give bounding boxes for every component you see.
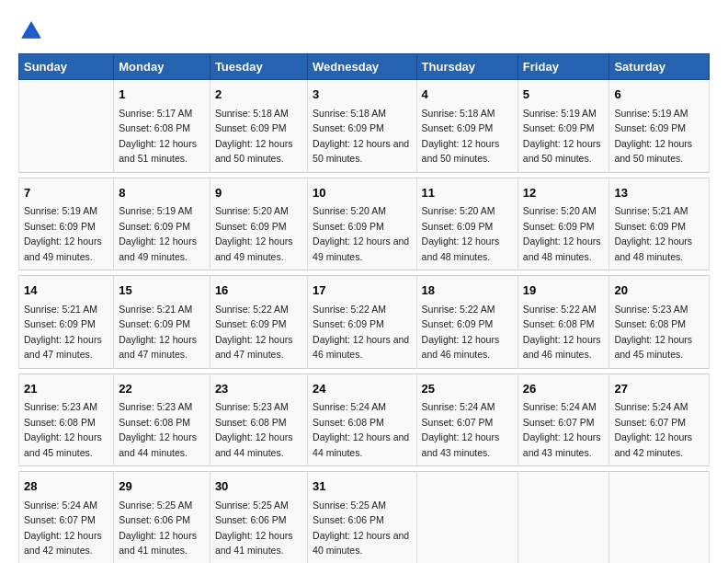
day-header-monday: Monday (114, 54, 210, 80)
calendar-cell: 13Sunrise: 5:21 AMSunset: 6:09 PMDayligh… (609, 178, 710, 270)
calendar-cell: 8Sunrise: 5:19 AMSunset: 6:09 PMDaylight… (114, 178, 210, 270)
cell-info: Sunrise: 5:25 AMSunset: 6:06 PMDaylight:… (215, 500, 293, 557)
cell-info: Sunrise: 5:20 AMSunset: 6:09 PMDaylight:… (523, 205, 601, 262)
cell-info: Sunrise: 5:22 AMSunset: 6:09 PMDaylight:… (313, 304, 409, 361)
day-number: 3 (313, 86, 411, 104)
week-row-4: 21Sunrise: 5:23 AMSunset: 6:08 PMDayligh… (19, 373, 710, 466)
calendar-cell: 30Sunrise: 5:25 AMSunset: 6:06 PMDayligh… (210, 472, 307, 564)
day-number: 16 (215, 282, 302, 300)
calendar-cell: 5Sunrise: 5:19 AMSunset: 6:09 PMDaylight… (518, 80, 609, 173)
day-number: 2 (215, 86, 302, 104)
cell-info: Sunrise: 5:24 AMSunset: 6:08 PMDaylight:… (313, 401, 409, 458)
day-number: 5 (523, 86, 605, 104)
cell-info: Sunrise: 5:25 AMSunset: 6:06 PMDaylight:… (119, 500, 197, 557)
cell-info: Sunrise: 5:24 AMSunset: 6:07 PMDaylight:… (422, 401, 500, 458)
day-header-tuesday: Tuesday (210, 54, 307, 80)
day-number: 30 (215, 477, 302, 496)
day-number: 24 (313, 380, 411, 398)
calendar-cell: 25Sunrise: 5:24 AMSunset: 6:07 PMDayligh… (416, 373, 518, 466)
day-number: 26 (523, 380, 605, 398)
day-number: 19 (523, 282, 605, 300)
cell-info: Sunrise: 5:19 AMSunset: 6:09 PMDaylight:… (614, 108, 692, 165)
calendar-cell: 6Sunrise: 5:19 AMSunset: 6:09 PMDaylight… (609, 80, 710, 173)
day-header-sunday: Sunday (19, 54, 114, 80)
day-number: 23 (215, 380, 302, 398)
week-row-1: 1Sunrise: 5:17 AMSunset: 6:08 PMDaylight… (19, 80, 710, 173)
calendar-cell: 1Sunrise: 5:17 AMSunset: 6:08 PMDaylight… (114, 80, 210, 173)
calendar-cell: 17Sunrise: 5:22 AMSunset: 6:09 PMDayligh… (308, 276, 416, 369)
cell-info: Sunrise: 5:23 AMSunset: 6:08 PMDaylight:… (119, 401, 197, 458)
day-header-wednesday: Wednesday (308, 54, 416, 80)
cell-info: Sunrise: 5:24 AMSunset: 6:07 PMDaylight:… (523, 401, 601, 458)
cell-info: Sunrise: 5:22 AMSunset: 6:09 PMDaylight:… (215, 304, 293, 361)
calendar-cell: 18Sunrise: 5:22 AMSunset: 6:09 PMDayligh… (416, 276, 518, 369)
day-number: 9 (215, 184, 302, 202)
day-number: 28 (24, 477, 108, 496)
cell-info: Sunrise: 5:24 AMSunset: 6:07 PMDaylight:… (614, 401, 692, 458)
calendar-cell: 29Sunrise: 5:25 AMSunset: 6:06 PMDayligh… (114, 472, 210, 564)
calendar-cell: 19Sunrise: 5:22 AMSunset: 6:08 PMDayligh… (518, 276, 609, 369)
calendar-cell: 28Sunrise: 5:24 AMSunset: 6:07 PMDayligh… (19, 472, 114, 564)
day-number: 27 (614, 380, 704, 398)
calendar-cell: 12Sunrise: 5:20 AMSunset: 6:09 PMDayligh… (518, 178, 609, 270)
day-number: 7 (24, 184, 108, 202)
calendar-cell: 20Sunrise: 5:23 AMSunset: 6:08 PMDayligh… (609, 276, 710, 369)
calendar-table: SundayMondayTuesdayWednesdayThursdayFrid… (18, 53, 710, 563)
day-header-friday: Friday (518, 54, 609, 80)
cell-info: Sunrise: 5:21 AMSunset: 6:09 PMDaylight:… (24, 304, 102, 361)
calendar-cell: 21Sunrise: 5:23 AMSunset: 6:08 PMDayligh… (19, 373, 114, 466)
day-number: 4 (422, 86, 513, 104)
day-number: 14 (24, 282, 108, 300)
calendar-cell: 23Sunrise: 5:23 AMSunset: 6:08 PMDayligh… (210, 373, 307, 466)
day-number: 10 (313, 184, 411, 202)
calendar-cell (609, 472, 710, 564)
calendar-cell (416, 472, 518, 564)
calendar-cell: 27Sunrise: 5:24 AMSunset: 6:07 PMDayligh… (609, 373, 710, 466)
cell-info: Sunrise: 5:20 AMSunset: 6:09 PMDaylight:… (422, 205, 500, 262)
day-number: 1 (119, 86, 205, 104)
cell-info: Sunrise: 5:25 AMSunset: 6:06 PMDaylight:… (313, 500, 409, 557)
calendar-cell: 31Sunrise: 5:25 AMSunset: 6:06 PMDayligh… (308, 472, 416, 564)
calendar-cell (19, 80, 114, 173)
cell-info: Sunrise: 5:23 AMSunset: 6:08 PMDaylight:… (215, 401, 293, 458)
calendar-cell: 26Sunrise: 5:24 AMSunset: 6:07 PMDayligh… (518, 373, 609, 466)
cell-info: Sunrise: 5:17 AMSunset: 6:08 PMDaylight:… (119, 108, 197, 165)
cell-info: Sunrise: 5:18 AMSunset: 6:09 PMDaylight:… (313, 108, 409, 165)
cell-info: Sunrise: 5:19 AMSunset: 6:09 PMDaylight:… (523, 108, 601, 165)
day-header-thursday: Thursday (416, 54, 518, 80)
day-number: 11 (422, 184, 513, 202)
cell-info: Sunrise: 5:20 AMSunset: 6:09 PMDaylight:… (215, 205, 293, 262)
cell-info: Sunrise: 5:18 AMSunset: 6:09 PMDaylight:… (215, 108, 293, 165)
day-number: 12 (523, 184, 605, 202)
day-number: 8 (119, 184, 205, 202)
cell-info: Sunrise: 5:18 AMSunset: 6:09 PMDaylight:… (422, 108, 500, 165)
cell-info: Sunrise: 5:21 AMSunset: 6:09 PMDaylight:… (119, 304, 197, 361)
week-row-3: 14Sunrise: 5:21 AMSunset: 6:09 PMDayligh… (19, 276, 710, 369)
day-number: 20 (614, 282, 704, 300)
cell-info: Sunrise: 5:22 AMSunset: 6:09 PMDaylight:… (422, 304, 500, 361)
calendar-cell: 3Sunrise: 5:18 AMSunset: 6:09 PMDaylight… (308, 80, 416, 173)
day-number: 15 (119, 282, 205, 300)
cell-info: Sunrise: 5:19 AMSunset: 6:09 PMDaylight:… (119, 205, 197, 262)
day-number: 18 (422, 282, 513, 300)
calendar-cell: 10Sunrise: 5:20 AMSunset: 6:09 PMDayligh… (308, 178, 416, 270)
cell-info: Sunrise: 5:23 AMSunset: 6:08 PMDaylight:… (614, 304, 692, 361)
day-number: 22 (119, 380, 205, 398)
calendar-cell: 15Sunrise: 5:21 AMSunset: 6:09 PMDayligh… (114, 276, 210, 369)
day-number: 21 (24, 380, 108, 398)
cell-info: Sunrise: 5:20 AMSunset: 6:09 PMDaylight:… (313, 205, 409, 262)
header-row: SundayMondayTuesdayWednesdayThursdayFrid… (19, 54, 710, 80)
cell-info: Sunrise: 5:21 AMSunset: 6:09 PMDaylight:… (614, 205, 692, 262)
calendar-cell: 2Sunrise: 5:18 AMSunset: 6:09 PMDaylight… (210, 80, 307, 173)
cell-info: Sunrise: 5:19 AMSunset: 6:09 PMDaylight:… (24, 205, 102, 262)
day-number: 17 (313, 282, 411, 300)
calendar-cell: 4Sunrise: 5:18 AMSunset: 6:09 PMDaylight… (416, 80, 518, 173)
page-header (18, 18, 710, 44)
logo-icon (18, 18, 44, 44)
day-number: 29 (119, 477, 205, 496)
cell-info: Sunrise: 5:24 AMSunset: 6:07 PMDaylight:… (24, 500, 102, 557)
week-row-5: 28Sunrise: 5:24 AMSunset: 6:07 PMDayligh… (19, 472, 710, 564)
cell-info: Sunrise: 5:22 AMSunset: 6:08 PMDaylight:… (523, 304, 601, 361)
logo (18, 18, 48, 44)
day-number: 31 (313, 477, 411, 496)
